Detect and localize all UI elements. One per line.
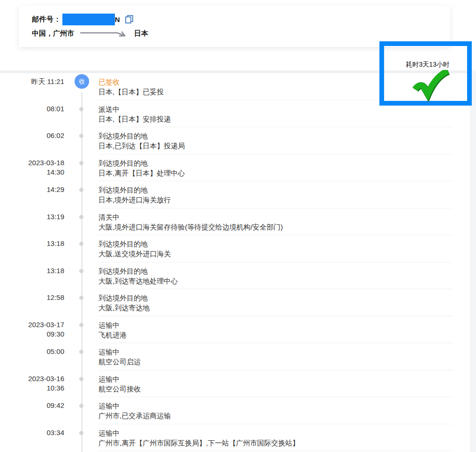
event-content: 到达境外目的地 日本,境外进口海关放行 <box>98 181 453 208</box>
timeline-dot-icon <box>79 431 83 435</box>
copy-icon[interactable] <box>125 15 134 24</box>
event-status: 运输中 <box>98 401 453 411</box>
mail-number-row: 邮件号： CN <box>32 13 450 25</box>
event-status: 已签收 <box>98 77 453 87</box>
green-check-icon <box>413 70 451 105</box>
timeline-dot-icon <box>79 296 83 300</box>
event-node <box>64 343 98 370</box>
event-detail: 航空公司接收 <box>98 384 453 394</box>
route-row: 中国，广州市 日本 <box>32 28 450 38</box>
event-detail: 日本,【日本】安排投递 <box>98 114 453 124</box>
event-detail: 大阪,到达寄达地 <box>98 303 453 313</box>
tracking-event-row[interactable]: 03:34 运输中 广州市,离开【广州市国际互换局】,下一站【广州市国际交换站】 <box>0 424 470 452</box>
tracking-event-row[interactable]: 2023-03-1610:36 运输中 航空公司接收 <box>0 370 470 398</box>
timeline-dot-icon <box>79 188 83 192</box>
timeline-dot-icon <box>79 377 83 381</box>
event-status: 到达境外目的地 <box>98 239 453 249</box>
event-content: 到达境外目的地 大阪,送交境外进口海关 <box>98 235 453 262</box>
tracking-event-row[interactable]: 05:00 运输中 航空公司启运 <box>0 343 470 370</box>
timeline-dot-icon <box>79 269 83 273</box>
event-content: 运输中 广州市,离开【广州市国际互换局】,下一站【广州市国际交换站】 <box>98 424 453 452</box>
tracking-event-row[interactable]: 08:01 派送中 日本,【日本】安排投递 <box>0 100 470 128</box>
event-time: 05:00 <box>0 343 64 370</box>
tracking-timeline: 昨天 11:21 收 已签收 日本,【日本】已妥投 08:01 派送中 日本,【… <box>0 73 470 452</box>
mail-number-label: 邮件号： <box>32 15 61 24</box>
event-node <box>64 235 98 262</box>
event-detail: 大阪,境外进口海关留存待验(等待提交给边境机构/安全部门) <box>98 222 453 232</box>
event-detail: 日本,境外进口海关放行 <box>98 195 453 205</box>
event-detail: 大阪,到达寄达地处理中心 <box>98 276 453 286</box>
event-node <box>64 154 98 182</box>
event-time: 03:34 <box>0 424 64 452</box>
event-detail: 日本,离开【日本】处理中心 <box>98 168 453 178</box>
tracking-event-row[interactable]: 昨天 11:21 收 已签收 日本,【日本】已妥投 <box>0 73 470 100</box>
event-detail: 日本,【日本】已妥投 <box>98 87 453 97</box>
timeline-dot-icon <box>79 161 83 165</box>
event-status: 到达境外目的地 <box>98 158 453 168</box>
event-content: 运输中 航空公司启运 <box>98 343 453 370</box>
event-time: 昨天 11:21 <box>0 73 64 100</box>
tracking-event-row[interactable]: 13:18 到达境外目的地 大阪,到达寄达地处理中心 <box>0 262 470 290</box>
timeline-dot-icon <box>79 215 83 219</box>
event-time: 2023-03-1814:30 <box>0 154 64 182</box>
event-detail: 广州市,离开【广州市国际互换局】,下一站【广州市国际交换站】 <box>98 438 453 448</box>
event-status: 运输中 <box>98 347 453 357</box>
event-detail: 航空公司启运 <box>98 357 453 367</box>
timeline-dot-icon <box>79 350 83 354</box>
duration-label: 耗时3天13小时 <box>390 61 465 69</box>
event-detail: 飞机进港 <box>98 330 453 340</box>
event-content: 到达境外目的地 大阪,到达寄达地 <box>98 289 453 316</box>
event-content: 已签收 日本,【日本】已妥投 <box>98 73 453 100</box>
tracking-event-row[interactable]: 09:42 运输中 广州市,已交承运商运输 <box>0 397 470 424</box>
tracking-event-row[interactable]: 2023-03-1709:30 运输中 飞机进港 <box>0 316 470 344</box>
event-status: 运输中 <box>98 320 453 330</box>
event-content: 派送中 日本,【日本】安排投递 <box>98 100 453 128</box>
event-content: 到达境外目的地 日本,离开【日本】处理中心 <box>98 154 453 182</box>
timeline-dot-icon <box>79 107 83 111</box>
event-time: 2023-03-1610:36 <box>0 370 64 398</box>
event-time: 09:42 <box>0 397 64 424</box>
route-origin: 中国，广州市 <box>32 29 74 38</box>
event-status: 到达境外目的地 <box>98 293 453 303</box>
event-node <box>64 127 98 154</box>
event-node <box>64 316 98 344</box>
event-time: 12:58 <box>0 289 64 316</box>
event-node <box>64 289 98 316</box>
event-node <box>64 424 98 452</box>
event-content: 运输中 飞机进港 <box>98 316 453 344</box>
event-status: 到达境外目的地 <box>98 266 453 276</box>
event-detail: 大阪,送交境外进口海关 <box>98 249 453 259</box>
event-node <box>64 181 98 208</box>
tracking-event-row[interactable]: 13:18 到达境外目的地 大阪,送交境外进口海关 <box>0 235 470 262</box>
event-content: 到达境外目的地 日本,已到达【日本】投递局 <box>98 127 453 154</box>
event-content: 运输中 航空公司接收 <box>98 370 453 398</box>
tracking-event-row[interactable]: 06:02 到达境外目的地 日本,已到达【日本】投递局 <box>0 127 470 154</box>
event-content: 清关中 大阪,境外进口海关留存待验(等待提交给边境机构/安全部门) <box>98 208 453 236</box>
page-background-strip <box>470 70 476 452</box>
event-status: 清关中 <box>98 212 453 222</box>
event-detail: 广州市,已交承运商运输 <box>98 411 453 421</box>
received-node-icon: 收 <box>75 74 89 89</box>
mail-number-redaction <box>62 14 115 25</box>
shipment-summary-card: 邮件号： CN 中国，广州市 日本 <box>19 6 450 47</box>
event-node <box>64 100 98 128</box>
event-time: 08:01 <box>0 100 64 128</box>
tracking-event-row[interactable]: 12:58 到达境外目的地 大阪,到达寄达地 <box>0 289 470 316</box>
event-content: 运输中 广州市,已交承运商运输 <box>98 397 453 424</box>
event-node <box>64 370 98 398</box>
event-time: 2023-03-1709:30 <box>0 316 64 344</box>
tracking-event-row[interactable]: 13:19 清关中 大阪,境外进口海关留存待验(等待提交给边境机构/安全部门) <box>0 208 470 236</box>
route-destination: 日本 <box>134 29 148 38</box>
event-time: 13:18 <box>0 235 64 262</box>
event-status: 派送中 <box>98 104 453 114</box>
event-time: 06:02 <box>0 127 64 154</box>
event-node <box>64 262 98 290</box>
tracking-event-row[interactable]: 2023-03-1814:30 到达境外目的地 日本,离开【日本】处理中心 <box>0 154 470 182</box>
event-node <box>64 208 98 236</box>
timeline-dot-icon <box>79 323 83 327</box>
timeline-dot-icon <box>79 242 83 246</box>
event-time: 14:29 <box>0 181 64 208</box>
event-time: 13:19 <box>0 208 64 236</box>
tracking-event-row[interactable]: 14:29 到达境外目的地 日本,境外进口海关放行 <box>0 181 470 208</box>
timeline-dot-icon <box>79 404 83 408</box>
